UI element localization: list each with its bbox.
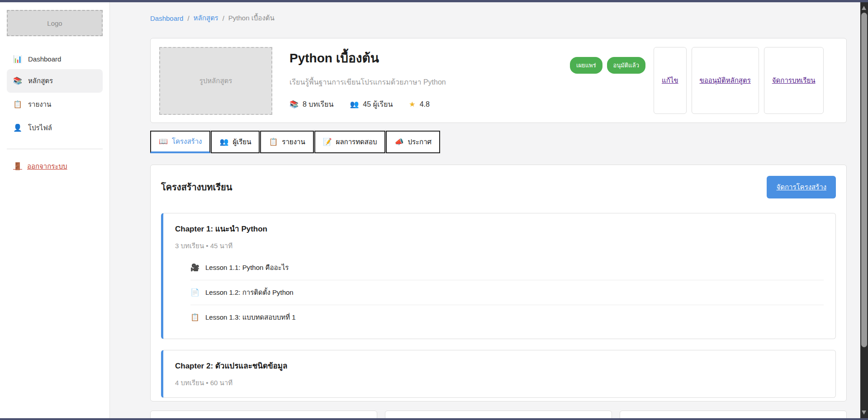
books-icon: 📚 (13, 77, 22, 85)
sidebar: Logo 📊 Dashboard 📚 หลักสูตร 📋 รายงาน 👤 โ… (0, 2, 110, 418)
tab-label: ผู้เรียน (232, 137, 251, 147)
megaphone-icon: 📣 (394, 138, 403, 146)
course-actions: แก้ไข ขออนุมัติหลักสูตร จัดการบทเรียน (654, 47, 824, 114)
bottom-card (385, 411, 612, 418)
scroll-up-arrow-icon[interactable] (862, 6, 866, 10)
stat-students-text: 45 ผู้เรียน (363, 99, 393, 110)
sidebar-item-reports[interactable]: 📋 รายงาน (7, 93, 103, 116)
course-info: Python เบื้องต้น เรียนรู้พื้นฐานการเขียน… (289, 47, 570, 114)
clipboard-icon: 📋 (269, 138, 278, 146)
memo-icon: 📝 (323, 138, 332, 146)
window-top-edge (0, 0, 868, 2)
tab-label: รายงาน (282, 137, 305, 147)
tab-label: ผลการทดสอบ (336, 137, 377, 147)
lesson-title: Lesson 1.3: แบบทดสอบบทที่ 1 (205, 312, 296, 323)
logout-link[interactable]: 🚪 ออกจากระบบ (7, 161, 103, 172)
chapter-title: Chapter 2: ตัวแปรและชนิดข้อมูล (175, 359, 824, 372)
chapter-meta: 4 บทเรียน • 60 นาที (175, 378, 824, 388)
bar-chart-icon: 📊 (13, 56, 22, 63)
tab-label: โครงสร้าง (172, 136, 202, 147)
logo-label: Logo (47, 19, 62, 27)
course-image-label: รูปหลักสูตร (199, 76, 232, 86)
manage-structure-button[interactable]: จัดการโครงสร้าง (767, 176, 836, 198)
tab-reports[interactable]: 📋 รายงาน (260, 131, 313, 153)
stat-rating: ★ 4.8 (409, 100, 430, 109)
edit-course-button[interactable]: แก้ไข (654, 47, 687, 114)
breadcrumb-separator: / (223, 14, 224, 22)
door-icon: 🚪 (13, 163, 22, 170)
sidebar-divider (7, 149, 103, 149)
request-approval-button[interactable]: ขออนุมัติหลักสูตร (692, 47, 759, 114)
course-header-card: รูปหลักสูตร Python เบื้องต้น เรียนรู้พื้… (150, 38, 847, 123)
tab-label: ประกาศ (408, 137, 432, 147)
breadcrumb-courses[interactable]: หลักสูตร (194, 13, 218, 24)
vertical-scrollbar[interactable] (860, 2, 868, 418)
lesson-title: Lesson 1.1: Python คืออะไร (205, 262, 289, 273)
manage-lessons-link[interactable]: จัดการบทเรียน (772, 75, 816, 86)
window-bottom-edge (0, 418, 868, 420)
request-approval-link[interactable]: ขออนุมัติหลักสูตร (700, 75, 751, 86)
tab-students[interactable]: 👥 ผู้เรียน (211, 131, 260, 153)
course-title: Python เบื้องต้น (289, 48, 570, 68)
open-book-icon: 📖 (159, 138, 168, 145)
bottom-card (150, 411, 377, 418)
breadcrumb-separator: / (187, 14, 189, 22)
sidebar-item-label: Dashboard (28, 55, 61, 63)
structure-title: โครงสร้างบทเรียน (161, 180, 232, 194)
bottom-card-row (150, 411, 847, 418)
course-tabs: 📖 โครงสร้าง 👥 ผู้เรียน 📋 รายงาน 📝 ผลการท… (150, 131, 847, 153)
course-description: เรียนรู้พื้นฐานการเขียนโปรแกรมด้วยภาษา P… (289, 76, 570, 88)
structure-header: โครงสร้างบทเรียน จัดการโครงสร้าง (161, 176, 836, 198)
logo-placeholder: Logo (7, 10, 103, 36)
stat-lessons-text: 8 บทเรียน (303, 99, 333, 110)
lesson-title: Lesson 1.2: การติดตั้ง Python (205, 287, 294, 298)
edit-course-link[interactable]: แก้ไข (662, 75, 678, 86)
course-image-placeholder: รูปหลักสูตร (159, 47, 272, 115)
sidebar-item-profile[interactable]: 👤 โปรไฟล์ (7, 116, 103, 140)
video-camera-icon: 🎥 (190, 264, 199, 271)
sidebar-item-label: โปรไฟล์ (28, 123, 52, 133)
sidebar-item-label: รายงาน (28, 99, 51, 110)
chapter-meta: 3 บทเรียน • 45 นาที (175, 241, 824, 251)
books-icon: 📚 (289, 101, 299, 108)
person-icon: 👤 (13, 124, 22, 132)
sidebar-item-label: หลักสูตร (28, 76, 53, 86)
stat-lessons: 📚 8 บทเรียน (289, 99, 333, 110)
logout-label: ออกจากระบบ (27, 161, 67, 172)
status-badge-published: เผยแพร่ (570, 57, 602, 74)
lesson-list: 🎥 Lesson 1.1: Python คืออะไร 📄 Lesson 1.… (190, 255, 824, 330)
scroll-down-arrow-icon[interactable] (862, 411, 866, 415)
document-icon: 📄 (190, 289, 199, 296)
breadcrumb-dashboard[interactable]: Dashboard (150, 14, 183, 22)
breadcrumb: Dashboard / หลักสูตร / Python เบื้องต้น (150, 13, 847, 24)
chapter-title: Chapter 1: แนะนำ Python (175, 222, 824, 235)
clipboard-icon: 📋 (13, 101, 22, 108)
clipboard-icon: 📋 (190, 314, 199, 321)
bottom-card (620, 411, 847, 418)
scrollbar-thumb[interactable] (861, 13, 867, 347)
chapter-card: Chapter 2: ตัวแปรและชนิดข้อมูล 4 บทเรียน… (161, 350, 836, 398)
structure-panel: โครงสร้างบทเรียน จัดการโครงสร้าง Chapter… (150, 165, 847, 401)
manage-lessons-button[interactable]: จัดการบทเรียน (764, 47, 824, 114)
stat-rating-text: 4.8 (420, 100, 430, 109)
tab-test-results[interactable]: 📝 ผลการทดสอบ (314, 131, 386, 153)
sidebar-item-courses[interactable]: 📚 หลักสูตร (7, 69, 103, 93)
status-badge-approved: อนุมัติแล้ว (607, 57, 645, 74)
tab-announcements[interactable]: 📣 ประกาศ (386, 131, 440, 153)
status-badges: เผยแพร่ อนุมัติแล้ว (570, 57, 645, 114)
chapter-card: Chapter 1: แนะนำ Python 3 บทเรียน • 45 น… (161, 213, 836, 339)
tab-structure[interactable]: 📖 โครงสร้าง (150, 131, 210, 153)
star-icon: ★ (409, 101, 415, 108)
sidebar-nav: 📊 Dashboard 📚 หลักสูตร 📋 รายงาน 👤 โปรไฟล… (7, 49, 103, 140)
lesson-row: 📄 Lesson 1.2: การติดตั้ง Python (190, 280, 824, 305)
course-stats: 📚 8 บทเรียน 👥 45 ผู้เรียน ★ 4.8 (289, 99, 570, 110)
lesson-row: 📋 Lesson 1.3: แบบทดสอบบทที่ 1 (190, 305, 824, 330)
lesson-row: 🎥 Lesson 1.1: Python คืออะไร (190, 255, 824, 280)
sidebar-item-dashboard[interactable]: 📊 Dashboard (7, 49, 103, 69)
breadcrumb-current: Python เบื้องต้น (228, 13, 275, 24)
main-content: Dashboard / หลักสูตร / Python เบื้องต้น … (110, 2, 860, 418)
users-icon: 👥 (350, 101, 359, 108)
users-icon: 👥 (219, 138, 228, 146)
stat-students: 👥 45 ผู้เรียน (350, 99, 393, 110)
